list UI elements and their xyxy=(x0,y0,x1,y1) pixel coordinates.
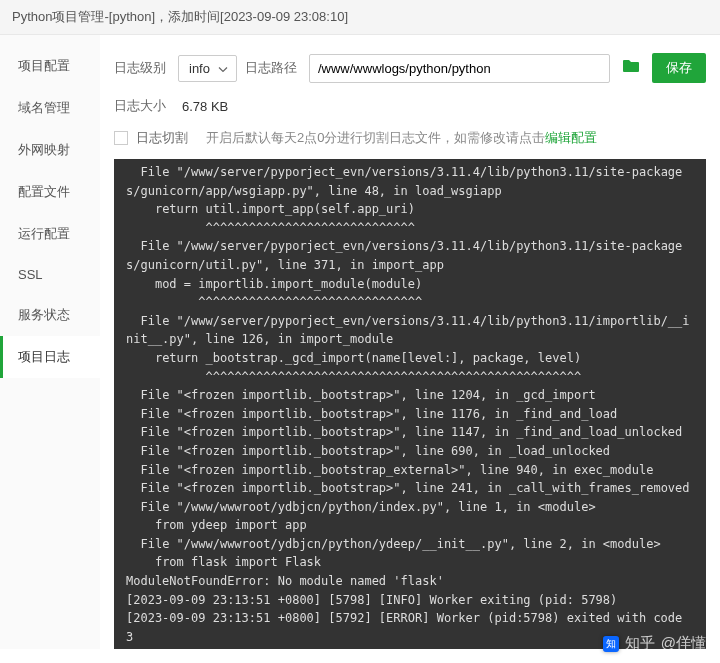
chevron-down-icon xyxy=(218,61,228,76)
log-cut-label: 日志切割 xyxy=(136,129,188,147)
log-level-label: 日志级别 xyxy=(114,59,170,77)
log-path-input[interactable] xyxy=(309,54,610,83)
sidebar-item-7[interactable]: 项目日志 xyxy=(0,336,100,378)
sidebar-item-6[interactable]: 服务状态 xyxy=(0,294,100,336)
main-panel: 日志级别 info 日志路径 保存 日志大小 6.78 KB 日志切割 开启后默… xyxy=(100,35,720,649)
log-cut-checkbox[interactable] xyxy=(114,131,128,145)
log-output[interactable]: File "/www/server/pyporject_evn/versions… xyxy=(114,159,706,649)
sidebar-item-3[interactable]: 配置文件 xyxy=(0,171,100,213)
sidebar-item-4[interactable]: 运行配置 xyxy=(0,213,100,255)
edit-config-link[interactable]: 编辑配置 xyxy=(545,130,597,145)
sidebar-item-0[interactable]: 项目配置 xyxy=(0,45,100,87)
sidebar: 项目配置域名管理外网映射配置文件运行配置SSL服务状态项目日志 xyxy=(0,35,100,649)
window-title: Python项目管理-[python]，添加时间[2023-09-09 23:0… xyxy=(0,0,720,35)
sidebar-item-5[interactable]: SSL xyxy=(0,255,100,294)
save-button[interactable]: 保存 xyxy=(652,53,706,83)
folder-icon[interactable] xyxy=(618,59,644,77)
log-size-value: 6.78 KB xyxy=(182,99,228,114)
log-size-label: 日志大小 xyxy=(114,97,170,115)
sidebar-item-2[interactable]: 外网映射 xyxy=(0,129,100,171)
log-level-select[interactable]: info xyxy=(178,55,237,82)
sidebar-item-1[interactable]: 域名管理 xyxy=(0,87,100,129)
log-cut-hint: 开启后默认每天2点0分进行切割日志文件，如需修改请点击 xyxy=(206,130,545,145)
log-path-label: 日志路径 xyxy=(245,59,301,77)
log-level-value: info xyxy=(189,61,210,76)
